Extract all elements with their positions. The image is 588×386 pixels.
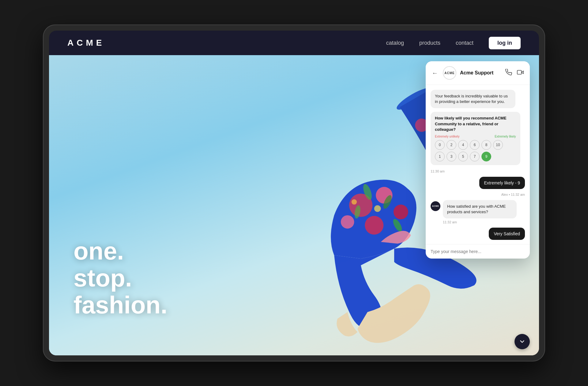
- agent-timestamp-2: 11:32 am: [443, 220, 525, 224]
- nps-6[interactable]: 6: [470, 140, 480, 150]
- chat-body: Your feedback is incredibly valuable to …: [426, 85, 530, 244]
- tagline-line2: stop.: [74, 265, 168, 292]
- svg-rect-19: [517, 70, 522, 74]
- navbar: ACME catalog products contact log in: [49, 31, 539, 55]
- logo: ACME: [67, 38, 105, 48]
- browser-window: ACME catalog products contact log in: [49, 31, 539, 355]
- nps-labels: Extremely unlikely Extremely likely: [435, 135, 516, 138]
- nps-section: How likely will you recommend ACME Commu…: [431, 112, 520, 165]
- hero-section: one. stop. fashion. ← ACME Acme Support: [49, 55, 539, 355]
- nps-9[interactable]: 9: [481, 152, 491, 161]
- svg-marker-18: [522, 71, 523, 74]
- nps-1[interactable]: 1: [435, 152, 445, 161]
- scroll-down-button[interactable]: [514, 334, 530, 349]
- nav-catalog[interactable]: catalog: [386, 40, 404, 46]
- svg-point-16: [374, 205, 381, 212]
- tagline-line3: fashion.: [74, 292, 168, 319]
- svg-point-17: [352, 199, 357, 204]
- chat-name: Acme Support: [460, 70, 502, 76]
- nps-8[interactable]: 8: [481, 140, 491, 150]
- svg-point-11: [394, 205, 408, 219]
- nps-timestamp: 11:30 am: [431, 169, 525, 173]
- user-message-1: Extremely likely - 9: [479, 177, 525, 189]
- agent-avatar-small: ACME: [431, 201, 440, 211]
- back-button[interactable]: ←: [432, 70, 438, 77]
- agent-message-1: Your feedback is incredibly valuable to …: [431, 90, 515, 108]
- svg-point-10: [341, 215, 354, 229]
- nps-10[interactable]: 10: [493, 140, 503, 150]
- nps-label-likely: Extremely likely: [495, 135, 516, 138]
- svg-point-9: [365, 216, 383, 235]
- nav-contact[interactable]: contact: [456, 40, 473, 46]
- hero-tagline: one. stop. fashion.: [74, 238, 168, 319]
- nav-links: catalog products contact log in: [386, 37, 521, 49]
- nav-products[interactable]: products: [419, 40, 440, 46]
- user-message-2: Very Satisfied: [489, 228, 525, 240]
- agent-message-2: How satisfied are you with ACME products…: [443, 200, 517, 218]
- chat-header: ← ACME Acme Support: [426, 61, 530, 85]
- tagline-line1: one.: [74, 238, 168, 265]
- nps-row-1: 0 2 4 6 8 10: [435, 140, 516, 150]
- video-icon[interactable]: [517, 69, 524, 77]
- user-meta-1: Alex • 11:32 am: [501, 193, 525, 196]
- nps-4[interactable]: 4: [458, 140, 468, 150]
- agent-bubble-wrap: How satisfied are you with ACME products…: [443, 200, 525, 224]
- nps-2[interactable]: 2: [447, 140, 456, 150]
- phone-icon[interactable]: [505, 69, 512, 77]
- nps-0[interactable]: 0: [435, 140, 445, 150]
- nps-label-unlikely: Extremely unlikely: [435, 135, 460, 138]
- device-frame: ACME catalog products contact log in: [43, 25, 545, 361]
- chat-input-area: [426, 244, 530, 259]
- chat-avatar: ACME: [443, 66, 456, 80]
- login-button[interactable]: log in: [489, 37, 521, 49]
- agent-row-2: ACME How satisfied are you with ACME pro…: [431, 200, 525, 224]
- chat-widget: ← ACME Acme Support: [426, 61, 530, 259]
- nps-row-2: 1 3 5 7 9: [435, 152, 516, 161]
- nps-7[interactable]: 7: [470, 152, 480, 161]
- nps-3[interactable]: 3: [447, 152, 456, 161]
- nps-question: How likely will you recommend ACME Commu…: [435, 115, 516, 132]
- chat-input[interactable]: [431, 249, 525, 254]
- nps-5[interactable]: 5: [458, 152, 468, 161]
- header-icons: [505, 69, 524, 77]
